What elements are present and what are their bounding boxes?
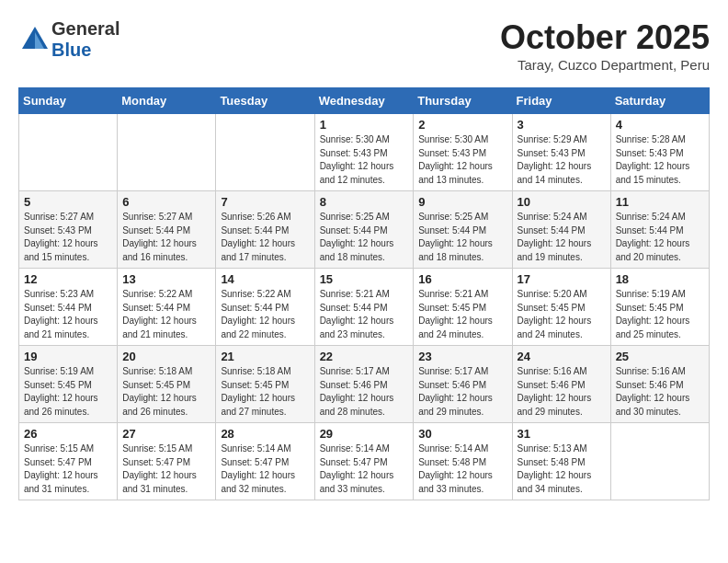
- day-info: Sunrise: 5:18 AMSunset: 5:45 PMDaylight:…: [122, 365, 210, 419]
- calendar-cell: 8Sunrise: 5:25 AMSunset: 5:44 PMDaylight…: [314, 191, 414, 269]
- day-info: Sunrise: 5:22 AMSunset: 5:44 PMDaylight:…: [122, 288, 210, 341]
- day-info: Sunrise: 5:27 AMSunset: 5:44 PMDaylight:…: [122, 211, 210, 264]
- calendar-cell: 2Sunrise: 5:30 AMSunset: 5:43 PMDaylight…: [414, 114, 512, 191]
- day-info: Sunrise: 5:15 AMSunset: 5:47 PMDaylight:…: [122, 442, 210, 496]
- calendar-cell: 3Sunrise: 5:29 AMSunset: 5:43 PMDaylight…: [512, 114, 610, 191]
- calendar-cell: 19Sunrise: 5:19 AMSunset: 5:45 PMDayligh…: [19, 346, 118, 423]
- calendar-cell: 23Sunrise: 5:17 AMSunset: 5:46 PMDayligh…: [414, 346, 512, 423]
- weekday-header-thursday: Thursday: [414, 88, 512, 114]
- day-number: 9: [418, 195, 506, 209]
- day-number: 27: [122, 427, 210, 441]
- weekday-header-friday: Friday: [512, 88, 610, 114]
- logo-icon: [18, 23, 51, 56]
- day-info: Sunrise: 5:24 AMSunset: 5:44 PMDaylight:…: [616, 211, 704, 264]
- day-info: Sunrise: 5:30 AMSunset: 5:43 PMDaylight:…: [320, 133, 409, 187]
- weekday-header-sunday: Sunday: [19, 88, 118, 114]
- day-info: Sunrise: 5:20 AMSunset: 5:45 PMDaylight:…: [518, 288, 606, 341]
- calendar-cell: 13Sunrise: 5:22 AMSunset: 5:44 PMDayligh…: [118, 269, 216, 346]
- day-info: Sunrise: 5:30 AMSunset: 5:43 PMDaylight:…: [418, 133, 506, 187]
- day-number: 12: [24, 272, 112, 286]
- day-number: 30: [418, 427, 506, 441]
- day-info: Sunrise: 5:21 AMSunset: 5:45 PMDaylight:…: [418, 288, 506, 341]
- calendar-cell: 6Sunrise: 5:27 AMSunset: 5:44 PMDaylight…: [118, 191, 216, 269]
- calendar-week-row: 26Sunrise: 5:15 AMSunset: 5:47 PMDayligh…: [19, 423, 710, 500]
- calendar-cell: [118, 114, 216, 191]
- day-number: 14: [221, 272, 309, 286]
- day-number: 7: [221, 195, 309, 209]
- day-number: 17: [518, 272, 606, 286]
- day-number: 2: [418, 118, 506, 132]
- day-info: Sunrise: 5:22 AMSunset: 5:44 PMDaylight:…: [221, 288, 309, 341]
- calendar-week-row: 1Sunrise: 5:30 AMSunset: 5:43 PMDaylight…: [19, 114, 710, 191]
- calendar-week-row: 5Sunrise: 5:27 AMSunset: 5:43 PMDaylight…: [19, 191, 710, 269]
- day-info: Sunrise: 5:14 AMSunset: 5:47 PMDaylight:…: [221, 442, 309, 496]
- calendar-cell: 10Sunrise: 5:24 AMSunset: 5:44 PMDayligh…: [512, 191, 610, 269]
- calendar-cell: 30Sunrise: 5:14 AMSunset: 5:48 PMDayligh…: [414, 423, 512, 500]
- calendar-cell: 26Sunrise: 5:15 AMSunset: 5:47 PMDayligh…: [19, 423, 118, 500]
- calendar-cell: 21Sunrise: 5:18 AMSunset: 5:45 PMDayligh…: [216, 346, 314, 423]
- day-info: Sunrise: 5:28 AMSunset: 5:43 PMDaylight:…: [616, 133, 704, 187]
- page-header: General Blue October 2025 Taray, Cuzco D…: [18, 18, 710, 73]
- day-number: 26: [24, 427, 112, 441]
- calendar-cell: 12Sunrise: 5:23 AMSunset: 5:44 PMDayligh…: [19, 269, 118, 346]
- calendar-cell: 5Sunrise: 5:27 AMSunset: 5:43 PMDaylight…: [19, 191, 118, 269]
- weekday-header-monday: Monday: [118, 88, 216, 114]
- day-info: Sunrise: 5:16 AMSunset: 5:46 PMDaylight:…: [518, 365, 606, 419]
- day-number: 21: [221, 350, 309, 363]
- calendar-cell: 11Sunrise: 5:24 AMSunset: 5:44 PMDayligh…: [610, 191, 709, 269]
- weekday-header-tuesday: Tuesday: [216, 88, 314, 114]
- day-info: Sunrise: 5:15 AMSunset: 5:47 PMDaylight:…: [24, 442, 112, 496]
- day-number: 5: [24, 195, 112, 209]
- day-number: 15: [320, 272, 409, 286]
- day-number: 22: [320, 350, 409, 363]
- calendar-cell: [216, 114, 314, 191]
- day-number: 19: [24, 350, 112, 363]
- calendar-week-row: 19Sunrise: 5:19 AMSunset: 5:45 PMDayligh…: [19, 346, 710, 423]
- calendar-table: SundayMondayTuesdayWednesdayThursdayFrid…: [18, 87, 710, 500]
- calendar-cell: 20Sunrise: 5:18 AMSunset: 5:45 PMDayligh…: [118, 346, 216, 423]
- calendar-cell: 7Sunrise: 5:26 AMSunset: 5:44 PMDaylight…: [216, 191, 314, 269]
- day-info: Sunrise: 5:16 AMSunset: 5:46 PMDaylight:…: [616, 365, 704, 419]
- calendar-cell: 24Sunrise: 5:16 AMSunset: 5:46 PMDayligh…: [512, 346, 610, 423]
- weekday-header-saturday: Saturday: [610, 88, 709, 114]
- day-number: 20: [122, 350, 210, 363]
- calendar-cell: [610, 423, 709, 500]
- weekday-header-wednesday: Wednesday: [314, 88, 414, 114]
- day-number: 11: [616, 195, 704, 209]
- day-number: 25: [616, 350, 704, 363]
- day-number: 24: [518, 350, 606, 363]
- calendar-week-row: 12Sunrise: 5:23 AMSunset: 5:44 PMDayligh…: [19, 269, 710, 346]
- day-info: Sunrise: 5:25 AMSunset: 5:44 PMDaylight:…: [320, 211, 409, 264]
- day-number: 6: [122, 195, 210, 209]
- calendar-cell: 29Sunrise: 5:14 AMSunset: 5:47 PMDayligh…: [314, 423, 414, 500]
- calendar-cell: 18Sunrise: 5:19 AMSunset: 5:45 PMDayligh…: [610, 269, 709, 346]
- day-number: 10: [518, 195, 606, 209]
- calendar-cell: [19, 114, 118, 191]
- logo-blue: Blue: [51, 40, 91, 60]
- day-info: Sunrise: 5:14 AMSunset: 5:47 PMDaylight:…: [320, 442, 409, 496]
- calendar-cell: 16Sunrise: 5:21 AMSunset: 5:45 PMDayligh…: [414, 269, 512, 346]
- day-number: 29: [320, 427, 409, 441]
- day-info: Sunrise: 5:21 AMSunset: 5:44 PMDaylight:…: [320, 288, 409, 341]
- day-info: Sunrise: 5:24 AMSunset: 5:44 PMDaylight:…: [518, 211, 606, 264]
- day-number: 23: [418, 350, 506, 363]
- day-number: 16: [418, 272, 506, 286]
- calendar-cell: 25Sunrise: 5:16 AMSunset: 5:46 PMDayligh…: [610, 346, 709, 423]
- day-info: Sunrise: 5:17 AMSunset: 5:46 PMDaylight:…: [418, 365, 506, 419]
- calendar-cell: 9Sunrise: 5:25 AMSunset: 5:44 PMDaylight…: [414, 191, 512, 269]
- calendar-cell: 4Sunrise: 5:28 AMSunset: 5:43 PMDaylight…: [610, 114, 709, 191]
- day-info: Sunrise: 5:18 AMSunset: 5:45 PMDaylight:…: [221, 365, 309, 419]
- day-info: Sunrise: 5:23 AMSunset: 5:44 PMDaylight:…: [24, 288, 112, 341]
- calendar-cell: 1Sunrise: 5:30 AMSunset: 5:43 PMDaylight…: [314, 114, 414, 191]
- location-subtitle: Taray, Cuzco Department, Peru: [500, 57, 710, 73]
- day-info: Sunrise: 5:25 AMSunset: 5:44 PMDaylight:…: [418, 211, 506, 264]
- day-info: Sunrise: 5:17 AMSunset: 5:46 PMDaylight:…: [320, 365, 409, 419]
- logo: General Blue: [18, 18, 119, 61]
- month-title: October 2025: [500, 18, 710, 57]
- day-info: Sunrise: 5:29 AMSunset: 5:43 PMDaylight:…: [518, 133, 606, 187]
- calendar-cell: 17Sunrise: 5:20 AMSunset: 5:45 PMDayligh…: [512, 269, 610, 346]
- day-number: 3: [518, 118, 606, 132]
- calendar-cell: 22Sunrise: 5:17 AMSunset: 5:46 PMDayligh…: [314, 346, 414, 423]
- logo-general: General: [51, 18, 119, 39]
- day-info: Sunrise: 5:14 AMSunset: 5:48 PMDaylight:…: [418, 442, 506, 496]
